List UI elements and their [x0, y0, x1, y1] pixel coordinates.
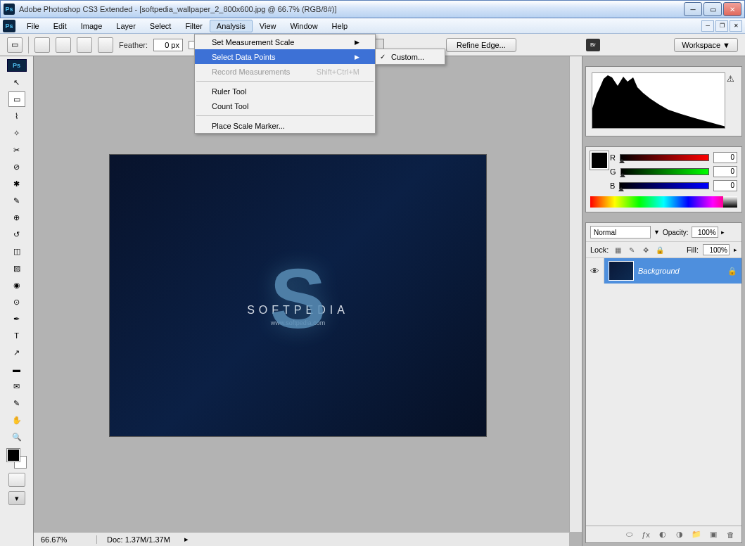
refine-edge-button[interactable]: Refine Edge...	[446, 38, 516, 52]
gradient-tool[interactable]: ▨	[8, 260, 25, 276]
brush-tool[interactable]: ✎	[8, 193, 25, 208]
mask-icon[interactable]: ◐	[657, 529, 668, 540]
quick-select-tool[interactable]: ✧	[8, 125, 25, 141]
marquee-tool[interactable]: ▭	[8, 91, 25, 107]
healing-tool[interactable]: ✱	[8, 176, 25, 191]
lasso-tool[interactable]: ⌇	[8, 108, 25, 124]
clone-tool[interactable]: ⊕	[8, 210, 25, 225]
lock-paint-icon[interactable]: ✎	[627, 245, 637, 255]
g-slider[interactable]	[620, 168, 709, 175]
menu-layer[interactable]: Layer	[109, 20, 143, 32]
r-input[interactable]	[713, 152, 737, 163]
lock-all-icon[interactable]: 🔒	[655, 245, 665, 255]
menu-bar: Ps File Edit Image Layer Select Filter A…	[0, 18, 745, 34]
menu-view[interactable]: View	[253, 20, 284, 32]
layer-thumbnail[interactable]	[609, 261, 634, 281]
blur-tool[interactable]: ◉	[8, 277, 25, 293]
adjustment-icon[interactable]: ◑	[674, 529, 685, 540]
maximize-button[interactable]: ▭	[703, 2, 722, 16]
layers-footer: ⬭ ƒx ◐ ◑ 📁 ▣ 🗑	[586, 526, 741, 542]
layer-row-background[interactable]: 👁 Background 🔒	[586, 258, 741, 284]
dodge-tool[interactable]: ⊙	[8, 294, 25, 310]
toolbox-tab[interactable]: Ps	[7, 59, 27, 72]
foreground-swatch[interactable]	[7, 449, 20, 462]
menu-ruler-tool[interactable]: Ruler Tool	[195, 84, 375, 98]
lock-label: Lock:	[590, 246, 609, 254]
b-slider[interactable]	[619, 182, 709, 189]
spectrum-ramp[interactable]	[590, 196, 737, 208]
r-label: R	[610, 153, 616, 162]
horizontal-scrollbar[interactable]: 66.67% Doc: 1.37M/1.37M ▸	[34, 532, 569, 546]
menu-select-data-points[interactable]: Select Data Points▶	[195, 49, 375, 64]
tool-preset-picker[interactable]: ▭	[7, 37, 23, 53]
menu-analysis[interactable]: Analysis	[210, 20, 253, 32]
link-layers-icon[interactable]: ⬭	[623, 529, 635, 540]
submenu-custom[interactable]: ✓ Custom...	[376, 49, 445, 64]
analysis-dropdown: Set Measurement Scale▶ Select Data Point…	[194, 34, 376, 134]
visibility-icon[interactable]: 👁	[586, 258, 604, 284]
move-tool[interactable]: ↖	[8, 75, 25, 90]
add-selection-button[interactable]	[56, 37, 71, 53]
mdi-minimize[interactable]: ─	[701, 20, 714, 32]
shape-tool[interactable]: ▬	[8, 362, 25, 377]
menu-image[interactable]: Image	[74, 20, 110, 32]
color-swatches[interactable]	[7, 449, 27, 469]
slice-tool[interactable]: ⊘	[8, 159, 25, 174]
fill-input[interactable]	[703, 244, 730, 255]
feather-input[interactable]	[153, 39, 183, 51]
path-tool[interactable]: ↗	[8, 345, 25, 360]
panels-dock: ⚠ R G	[582, 56, 745, 546]
menu-place-scale-marker[interactable]: Place Scale Marker...	[195, 118, 375, 133]
eraser-tool[interactable]: ◫	[8, 243, 25, 259]
close-button[interactable]: ✕	[723, 2, 741, 16]
lock-transparency-icon[interactable]: ▦	[613, 245, 623, 255]
menu-set-measurement-scale[interactable]: Set Measurement Scale▶	[195, 34, 375, 49]
type-tool[interactable]: T	[8, 328, 25, 343]
menu-record-measurements[interactable]: Record MeasurementsShift+Ctrl+M	[195, 64, 375, 79]
menu-filter[interactable]: Filter	[178, 20, 209, 32]
ps-icon[interactable]: Ps	[3, 20, 15, 32]
new-selection-button[interactable]	[34, 37, 50, 53]
mdi-restore[interactable]: ❐	[715, 20, 728, 32]
b-input[interactable]	[713, 180, 737, 191]
workspace-button[interactable]: Workspace ▼	[674, 38, 738, 52]
lock-move-icon[interactable]: ✥	[641, 245, 651, 255]
zoom-status[interactable]: 66.67%	[34, 535, 97, 544]
new-layer-icon[interactable]: ▣	[708, 529, 719, 540]
document-image[interactable]: S SOFTPEDIA www.softpedia.com	[110, 155, 486, 436]
menu-window[interactable]: Window	[283, 20, 324, 32]
quickmask-button[interactable]	[8, 473, 25, 487]
notes-tool[interactable]: ✉	[8, 378, 25, 394]
g-input[interactable]	[713, 166, 737, 177]
doc-status: Doc: 1.37M/1.37M	[97, 535, 180, 544]
folder-icon[interactable]: 📁	[691, 529, 702, 540]
vertical-scrollbar[interactable]	[569, 56, 582, 532]
pen-tool[interactable]: ✒	[8, 311, 25, 326]
mdi-close[interactable]: ✕	[730, 20, 742, 32]
toolbox: Ps ↖ ▭ ⌇ ✧ ✂ ⊘ ✱ ✎ ⊕ ↺ ◫ ▨ ◉ ⊙ ✒ T ↗ ▬ ✉…	[0, 56, 34, 546]
minimize-button[interactable]: ─	[684, 2, 702, 16]
eyedropper-tool[interactable]: ✎	[8, 395, 25, 411]
hand-tool[interactable]: ✋	[8, 412, 25, 428]
intersect-selection-button[interactable]	[98, 37, 113, 53]
bridge-icon[interactable]: Br	[586, 39, 600, 51]
menu-select[interactable]: Select	[143, 20, 179, 32]
history-brush-tool[interactable]: ↺	[8, 227, 25, 242]
menu-file[interactable]: File	[20, 20, 46, 32]
menu-count-tool[interactable]: Count Tool	[195, 98, 375, 113]
opacity-input[interactable]	[692, 227, 718, 238]
subtract-selection-button[interactable]	[77, 37, 92, 53]
zoom-tool[interactable]: 🔍	[8, 429, 25, 445]
trash-icon[interactable]: 🗑	[725, 529, 736, 540]
warning-icon[interactable]: ⚠	[727, 74, 734, 84]
crop-tool[interactable]: ✂	[8, 142, 25, 158]
color-foreground-swatch[interactable]	[590, 151, 609, 170]
r-slider[interactable]	[620, 154, 709, 161]
layer-name[interactable]: Background	[638, 267, 727, 275]
fx-icon[interactable]: ƒx	[640, 529, 651, 540]
screenmode-button[interactable]: ▾	[8, 491, 25, 505]
blend-mode-select[interactable]	[590, 226, 651, 238]
histogram-chart	[592, 72, 725, 129]
menu-edit[interactable]: Edit	[46, 20, 74, 32]
menu-help[interactable]: Help	[325, 20, 355, 32]
